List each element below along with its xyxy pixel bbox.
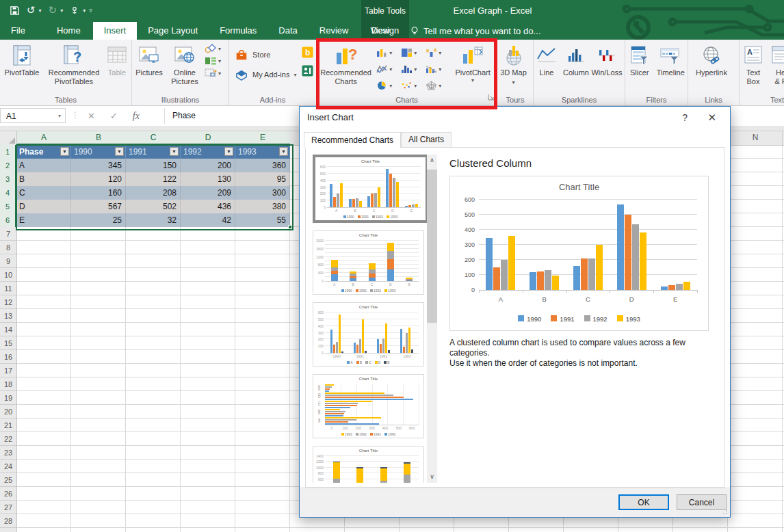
people-graph-addin-icon[interactable] [302,65,313,77]
table-cell[interactable]: 208 [126,186,181,200]
hyperlink-button[interactable]: Hyperlink [688,41,735,77]
tab-formulas[interactable]: Formulas [209,22,267,40]
my-addins-dropdown-icon[interactable]: ▾ [293,72,296,78]
row-header-19[interactable]: 19 [0,391,16,405]
row-header-6[interactable]: 6 [0,213,16,227]
row-header-9[interactable]: 9 [0,254,16,268]
row-header-10[interactable]: 10 [0,268,16,282]
chart-thumbnail-1[interactable]: Chart Title0100200300400500600ABCDE19901… [313,155,428,223]
table-cell[interactable]: 567 [71,200,126,213]
tab-insert[interactable]: Insert [93,22,138,40]
row-header-7[interactable]: 7 [0,227,16,241]
table-header-cell[interactable]: Phase▼ [16,145,71,159]
online-pictures-button[interactable]: Online Pictures [166,41,203,86]
recommended-charts-button[interactable]: ? Recommended Charts [317,41,375,86]
column-header-D[interactable]: D [181,131,235,145]
row-header-22[interactable]: 22 [0,432,16,446]
row-header-17[interactable]: 17 [0,364,16,377]
row-header-11[interactable]: 11 [0,282,16,295]
row-header-27[interactable]: 27 [0,501,16,514]
pictures-button[interactable]: Pictures [132,41,166,77]
dialog-close-icon[interactable]: ✕ [707,107,716,129]
select-all-corner[interactable] [0,131,17,145]
column-header-A[interactable]: A [16,131,71,145]
dialog-resize-grip[interactable] [721,508,728,515]
screenshot-button[interactable]: ▾ [205,68,221,78]
dialog-title-bar[interactable]: Insert Chart ? ✕ [300,107,730,130]
tab-data[interactable]: Data [267,22,308,40]
table-cell[interactable]: 150 [126,159,181,172]
table-cell[interactable]: 122 [126,172,181,186]
insert-statistic-chart-button[interactable]: ▾ [400,61,424,77]
row-header-2[interactable]: 2 [0,159,16,172]
table-cell[interactable]: E [16,213,71,227]
column-header-B[interactable]: B [71,131,126,145]
row-header-21[interactable]: 21 [0,418,16,432]
column-header-N[interactable]: N [728,131,783,145]
chart-thumbnail-5[interactable]: Chart Title02004006008001000120014001990… [313,446,424,483]
tab-all-charts[interactable]: All Charts [401,132,452,148]
3d-map-button[interactable]: 3D Map ▾ [497,41,530,87]
pivotchart-dropdown-icon[interactable]: ▾ [471,77,474,83]
tab-page-layout[interactable]: Page Layout [137,22,209,40]
table-cell[interactable]: 55 [235,213,290,227]
tab-recommended-charts[interactable]: Recommended Charts [304,132,401,148]
scroll-up-icon[interactable]: ∧ [427,155,437,166]
undo-dropdown-icon[interactable]: ▾ [39,8,42,14]
pivotchart-button[interactable]: PivotChart ▾ [449,41,497,83]
table-header-cell[interactable]: 1993▼ [235,145,290,159]
slicer-button[interactable]: Slicer [625,41,654,77]
row-header-12[interactable]: 12 [0,295,16,309]
table-cell[interactable]: 25 [71,213,126,227]
sparkline-column-button[interactable]: Column [560,41,592,77]
filter-button[interactable]: ▼ [224,147,233,156]
table-cell[interactable]: D [16,200,71,213]
insert-function-icon[interactable]: fx [133,111,140,122]
row-header-18[interactable]: 18 [0,377,16,391]
tab-review[interactable]: Review [309,22,360,40]
text-box-button[interactable]: A Text Box [740,41,767,86]
store-button[interactable]: Store [235,48,298,62]
row-header-28[interactable]: 28 [0,514,16,528]
insert-surface-radar-chart-button[interactable]: ▾ [424,77,449,94]
table-cell[interactable]: 209 [181,186,235,200]
table-cell[interactable]: 345 [71,159,126,172]
name-box[interactable]: A1▾ [0,108,66,123]
row-header-14[interactable]: 14 [0,323,16,336]
ok-button[interactable]: OK [618,494,669,510]
insert-pie-chart-button[interactable]: ▾ [375,77,400,94]
smartart-button[interactable]: ▾ [205,56,221,66]
row-header-23[interactable]: 23 [0,446,16,460]
scroll-down-icon[interactable]: ∨ [427,471,437,483]
thumbnail-scrollbar[interactable]: ∧ ∨ [427,155,437,483]
table-cell[interactable]: 360 [235,159,290,172]
row-header-15[interactable]: 15 [0,336,16,350]
filter-button[interactable]: ▼ [115,147,124,156]
table-cell[interactable]: 32 [126,213,181,227]
sparkline-line-button[interactable]: Line [534,41,560,77]
table-cell[interactable]: 160 [71,186,126,200]
row-header-4[interactable]: 4 [0,186,16,200]
row-header-16[interactable]: 16 [0,350,16,364]
chart-thumbnail-3[interactable]: Chart Title01002003004005006001990199119… [313,302,424,367]
chart-thumbnail-4[interactable]: Chart TitleEDCBAEDCBA0100200300400500600… [313,374,424,438]
my-addins-button[interactable]: My Add-ins ▾ [235,68,298,81]
save-icon[interactable] [10,5,20,16]
table-cell[interactable]: B [16,172,71,186]
cancel-button[interactable]: Cancel [677,494,727,510]
insert-hierarchy-chart-button[interactable]: ▾ [400,44,424,61]
table-cell[interactable]: 130 [181,172,235,186]
insert-waterfall-chart-button[interactable]: ▾ [424,44,449,61]
tab-home[interactable]: Home [46,22,92,40]
table-cell[interactable]: 300 [235,186,290,200]
table-cell[interactable]: 380 [235,200,290,213]
header-footer-button[interactable]: He& F [767,41,784,86]
formula-input[interactable]: Phase [172,106,196,126]
row-header-25[interactable]: 25 [0,473,16,487]
table-cell[interactable]: A [16,159,71,172]
insert-combo-chart-button[interactable]: ▾ [424,61,449,77]
table-cell[interactable]: 436 [181,200,235,213]
filter-button[interactable]: ▼ [60,147,69,156]
insert-line-chart-button[interactable]: ▾ [375,61,400,77]
tell-me-box[interactable]: Tell me what you want to do... [410,22,540,40]
